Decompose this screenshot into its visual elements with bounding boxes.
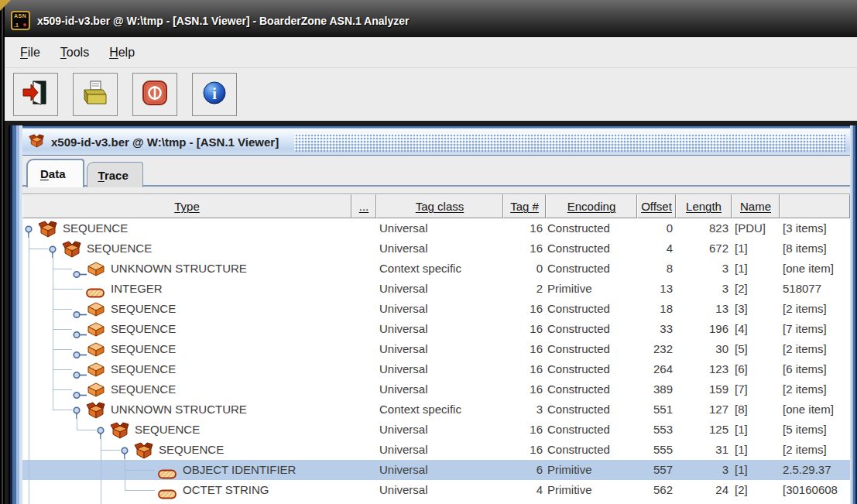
menu-help[interactable]: Help	[109, 46, 135, 60]
type-label: SEQUENCE	[135, 420, 200, 440]
cell-value: [2 items]	[780, 379, 850, 399]
cell-dots	[351, 299, 376, 319]
column-header-blank[interactable]	[780, 194, 850, 218]
cell-offset: 264	[637, 359, 676, 379]
table-row[interactable]: SEQUENCEUniversal16Constructed264123[6][…	[22, 359, 850, 379]
cell-offset: 562	[637, 480, 676, 500]
toolbar-button-power-exit-icon[interactable]	[132, 73, 177, 116]
capsule-icon	[158, 485, 177, 504]
internal-frame-titlebar[interactable]: x509-id-v3.ber @ W:\tmp - [ASN.1 Viewer]	[22, 129, 850, 156]
cell-tag-class: Universal	[376, 480, 503, 500]
toolbar-button-print-icon[interactable]	[73, 73, 118, 116]
window-left-border	[0, 0, 5, 504]
cell-name: [1]	[732, 420, 780, 440]
tab-trace[interactable]: Trace	[87, 162, 143, 187]
cell-tag-number: 16	[503, 339, 546, 359]
type-label: SEQUENCE	[111, 339, 176, 359]
table-row[interactable]: UNKNOWN STRUCTUREContext specific0Constr…	[22, 259, 850, 279]
table-row[interactable]: SEQUENCEUniversal16Constructed0823[PDU][…	[22, 218, 850, 238]
table-row[interactable]: SEQUENCEUniversal16Constructed1813[3][2 …	[22, 299, 850, 319]
application-window: ASN .1 x509-id-v3.ber @ W:\tmp - [ASN.1 …	[0, 0, 857, 504]
type-label: INTEGER	[111, 279, 163, 299]
type-label: SEQUENCE	[111, 359, 176, 379]
tree-connector	[53, 349, 72, 350]
cell-type: SEQUENCE	[22, 440, 351, 460]
column-header-offset[interactable]: Offset	[637, 194, 676, 218]
column-header-type[interactable]: Type	[22, 194, 351, 218]
cell-length: 127	[676, 399, 732, 420]
tree-connector	[53, 269, 72, 269]
table-row[interactable]: SEQUENCEUniversal16Constructed389159[7][…	[22, 379, 850, 399]
internal-frame-left-border	[9, 125, 22, 504]
cell-length: 125	[676, 420, 732, 440]
window-titlebar[interactable]: ASN .1 x509-id-v3.ber @ W:\tmp - [ASN.1 …	[5, 0, 857, 37]
app-icon-dot	[23, 23, 26, 26]
type-label: SEQUENCE	[63, 218, 128, 238]
toolbar-button-info-icon[interactable]: i	[192, 73, 237, 116]
data-panel: Type...Tag classTag #EncodingOffsetLengt…	[22, 187, 850, 504]
cell-encoding: Primitive	[546, 279, 637, 299]
cell-type: OCTET STRING	[22, 480, 351, 500]
cell-type: UNKNOWN STRUCTURE	[22, 399, 351, 420]
cell-tag-number: 16	[503, 359, 546, 379]
column-header-tag-[interactable]: Tag #	[503, 194, 546, 218]
table-row[interactable]: SEQUENCEUniversal16Constructed55531[1][2…	[22, 440, 850, 460]
cell-offset: 553	[637, 420, 676, 440]
cell-length: 13	[676, 299, 732, 319]
cell-name: [8]	[732, 399, 780, 420]
cell-value: [2 items]	[780, 299, 850, 319]
internal-frame-main: x509-id-v3.ber @ W:\tmp - [ASN.1 Viewer]…	[22, 129, 850, 504]
column-header--[interactable]: ...	[351, 194, 376, 218]
cell-length: 123	[676, 359, 732, 379]
column-header-length[interactable]: Length	[676, 194, 732, 218]
table-row[interactable]: SEQUENCEUniversal16Constructed553125[1][…	[22, 420, 850, 440]
asn1-tree-table[interactable]: SEQUENCEUniversal16Constructed0823[PDU][…	[22, 218, 850, 504]
tree-connector	[77, 415, 77, 430]
type-label: OBJECT IDENTIFIER	[183, 460, 296, 480]
cell-tag-number: 16	[503, 238, 546, 259]
table-row[interactable]: SEQUENCEUniversal16Constructed4672[1][8 …	[22, 238, 850, 259]
menu-tools[interactable]: Tools	[60, 46, 89, 60]
cell-name: [5]	[732, 339, 780, 359]
cell-length: 24	[676, 480, 732, 500]
cell-offset: 0	[637, 218, 676, 238]
cell-tag-number: 16	[503, 379, 546, 399]
column-header-tag-class[interactable]: Tag class	[376, 194, 503, 218]
column-header-encoding[interactable]: Encoding	[546, 194, 637, 218]
tab-bar: DataTrace	[22, 156, 850, 187]
cell-name: [1]	[732, 440, 780, 460]
cell-type: SEQUENCE	[22, 218, 351, 238]
cell-encoding: Constructed	[546, 379, 637, 399]
toolbar-button-open-file-door-icon[interactable]	[13, 73, 58, 116]
cell-name: [3]	[732, 299, 780, 319]
table-row[interactable]: OCTET STRINGUniversal4Primitive56224[2][…	[22, 480, 850, 500]
cell-dots	[351, 399, 376, 420]
tab-data[interactable]: Data	[26, 159, 84, 187]
cell-encoding: Constructed	[546, 420, 637, 440]
cell-value: [one item]	[780, 259, 850, 279]
cell-dots	[351, 379, 376, 399]
cell-tag-class: Universal	[376, 420, 503, 440]
cell-offset: 33	[637, 319, 676, 339]
cell-tag-number: 6	[503, 460, 546, 480]
tree-connector	[29, 249, 48, 249]
cell-length: 3	[676, 460, 732, 480]
table-row[interactable]: SEQUENCEUniversal16Constructed23230[5][2…	[22, 339, 850, 359]
table-row[interactable]: SEQUENCEUniversal16Constructed33196[4][7…	[22, 319, 850, 339]
table-row[interactable]: INTEGERUniversal2Primitive133[2]518077	[22, 279, 850, 299]
cell-name: [PDU]	[732, 218, 780, 238]
cell-length: 30	[676, 339, 732, 359]
cell-type: UNKNOWN STRUCTURE	[22, 259, 351, 279]
cell-tag-class: Universal	[376, 359, 503, 379]
cell-value: [8 items]	[780, 238, 850, 259]
menu-file[interactable]: File	[20, 46, 40, 60]
type-label: SEQUENCE	[111, 319, 176, 339]
cell-type: SEQUENCE	[22, 339, 351, 359]
cell-tag-class: Universal	[376, 299, 503, 319]
type-label: SEQUENCE	[159, 440, 224, 460]
column-header-name[interactable]: Name	[732, 194, 780, 218]
table-row[interactable]: OBJECT IDENTIFIERUniversal6Primitive5573…	[22, 460, 850, 480]
table-row[interactable]: UNKNOWN STRUCTUREContext specific3Constr…	[22, 399, 850, 420]
cell-tag-class: Context specific	[376, 399, 503, 420]
cell-tag-number: 16	[503, 420, 546, 440]
